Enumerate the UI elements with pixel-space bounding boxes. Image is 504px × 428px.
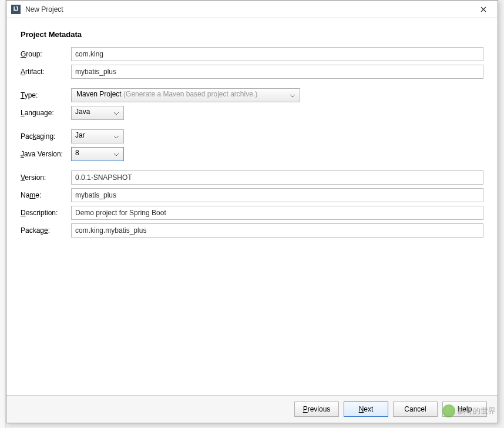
label-java-version: Java Version: — [21, 150, 71, 158]
row-version: Version: — [21, 170, 483, 185]
group-field[interactable] — [71, 47, 483, 61]
row-package: Package: — [21, 223, 483, 238]
label-type: Type: — [21, 91, 71, 99]
version-field[interactable] — [71, 170, 483, 185]
row-java-version: Java Version: 8 — [21, 147, 483, 161]
chevron-down-icon — [290, 91, 295, 99]
packaging-select[interactable]: Jar — [71, 129, 124, 143]
close-icon — [481, 6, 486, 12]
new-project-dialog: IJ New Project Project Metadata Group: A… — [6, 0, 498, 423]
app-icon: IJ — [11, 5, 21, 14]
window-title: New Project — [25, 5, 470, 14]
chevron-down-icon — [114, 150, 119, 158]
label-language: Language: — [21, 109, 71, 117]
label-group: Group: — [21, 50, 71, 58]
language-value: Java — [75, 108, 90, 116]
chevron-down-icon — [114, 132, 119, 141]
java-version-select[interactable]: 8 — [71, 147, 124, 161]
artifact-field[interactable] — [71, 65, 483, 79]
description-field[interactable] — [71, 206, 483, 220]
row-packaging: Packaging: Jar — [21, 129, 483, 143]
label-description: Description: — [21, 209, 71, 217]
row-name: Name: — [21, 188, 483, 202]
row-description: Description: — [21, 206, 483, 220]
label-package: Package: — [21, 226, 71, 235]
dialog-footer: Previous Next Cancel Help — [6, 395, 498, 423]
type-select[interactable]: Maven Project (Generate a Maven based pr… — [71, 88, 300, 102]
language-select[interactable]: Java — [71, 106, 124, 120]
type-value: Maven Project — [76, 90, 122, 98]
cancel-button[interactable]: Cancel — [393, 402, 438, 417]
help-button[interactable]: Help — [442, 402, 487, 417]
previous-button[interactable]: Previous — [294, 402, 339, 417]
chevron-down-icon — [114, 109, 119, 117]
label-artifact: Artifact: — [21, 68, 71, 76]
row-type: Type: Maven Project (Generate a Maven ba… — [21, 88, 483, 102]
next-button[interactable]: Next — [344, 402, 388, 417]
section-title: Project Metadata — [21, 30, 483, 39]
packaging-value: Jar — [75, 131, 85, 139]
name-field[interactable] — [71, 188, 483, 202]
label-packaging: Packaging: — [21, 132, 71, 141]
label-version: Version: — [21, 173, 71, 182]
close-button[interactable] — [470, 1, 496, 18]
titlebar: IJ New Project — [6, 1, 498, 18]
dialog-content: Project Metadata Group: Artifact: Type: … — [6, 18, 498, 395]
row-artifact: Artifact: — [21, 65, 483, 79]
java-version-value: 8 — [75, 149, 79, 157]
background-fragment — [0, 0, 6, 428]
label-name: Name: — [21, 191, 71, 199]
package-field[interactable] — [71, 223, 483, 238]
row-language: Language: Java — [21, 106, 483, 120]
row-group: Group: — [21, 47, 483, 61]
